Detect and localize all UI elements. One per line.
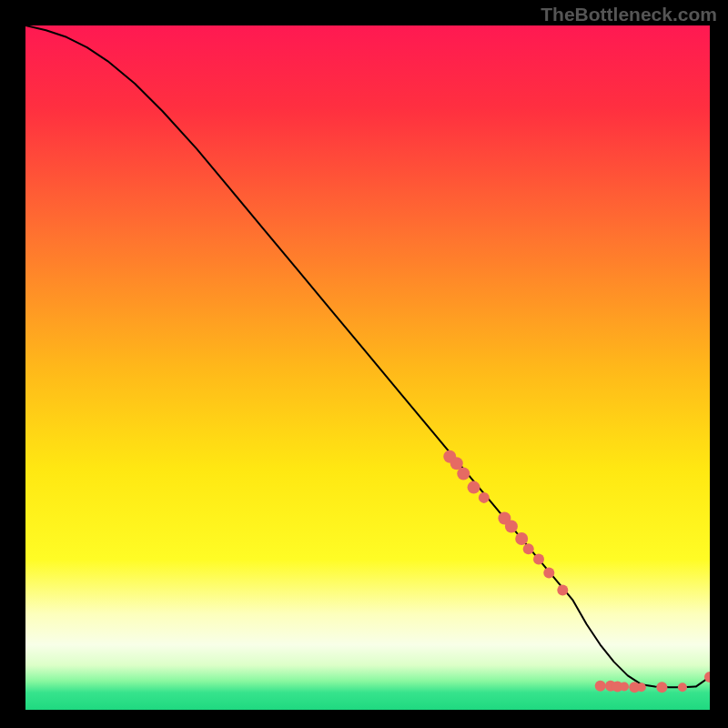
data-marker: [656, 682, 667, 693]
data-marker: [543, 568, 554, 579]
data-marker: [557, 584, 568, 595]
data-marker: [678, 682, 687, 692]
data-marker: [505, 520, 518, 532]
data-marker: [457, 468, 470, 480]
data-marker: [468, 481, 480, 494]
data-marker: [637, 682, 646, 692]
attribution-text: TheBottleneck.com: [541, 4, 717, 25]
data-marker: [515, 532, 528, 545]
data-marker: [533, 554, 544, 565]
bottleneck-chart: [25, 25, 710, 710]
data-marker: [479, 492, 490, 503]
data-marker: [523, 543, 534, 554]
chart-plot-area: [25, 25, 710, 710]
data-marker: [595, 681, 606, 692]
data-marker: [620, 682, 629, 691]
chart-background: [25, 25, 710, 710]
